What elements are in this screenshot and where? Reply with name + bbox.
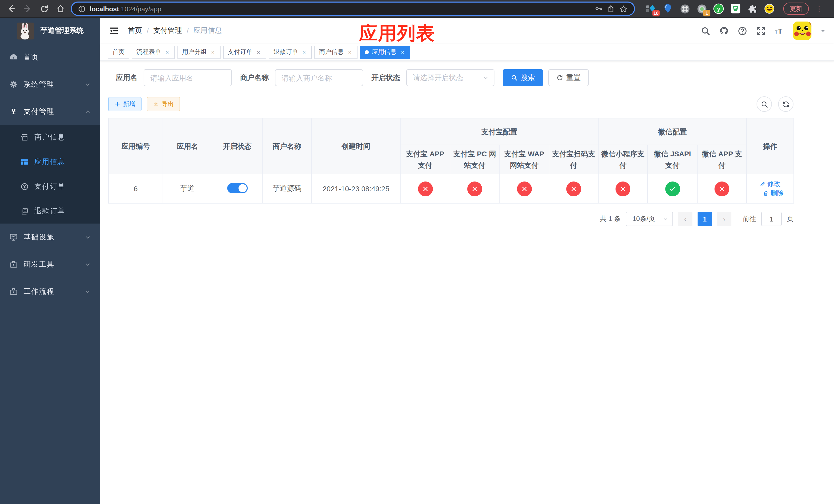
close-icon[interactable]: × [301, 49, 307, 55]
chevron-down-icon[interactable] [820, 28, 826, 33]
close-icon[interactable]: × [347, 49, 353, 55]
prev-page-button[interactable]: ‹ [678, 212, 693, 226]
close-icon[interactable]: × [210, 49, 216, 55]
avatar[interactable] [793, 22, 811, 40]
tab-home[interactable]: 首页 [108, 45, 129, 59]
ext-diamond-icon[interactable]: 10 [645, 3, 657, 14]
sidebar-item-system[interactable]: 系统管理 [0, 71, 100, 98]
add-button[interactable]: 新增 [108, 97, 141, 111]
edit-button[interactable]: 修改 [760, 180, 781, 189]
sidebar-item-home[interactable]: 首页 [0, 44, 100, 71]
next-page-button[interactable]: › [717, 212, 731, 226]
svg-text:T: T [775, 29, 777, 34]
breadcrumb-payment[interactable]: 支付管理 [153, 26, 182, 36]
app-name-input[interactable] [144, 69, 232, 86]
home-icon[interactable] [53, 2, 68, 16]
search-icon[interactable] [701, 26, 710, 36]
update-button[interactable]: 更新 [783, 3, 809, 15]
table-row: 6 芋道 芋道源码 2021-10-23 08:49:25 [109, 174, 794, 203]
ext-recorder-icon[interactable]: 1 [696, 3, 707, 14]
kebab-menu-icon[interactable]: ⋮ [815, 5, 823, 13]
refresh-table-button[interactable] [778, 96, 793, 112]
active-dot [365, 50, 369, 54]
fullscreen-icon[interactable] [756, 26, 766, 36]
close-icon[interactable]: × [399, 49, 406, 55]
page-1-button[interactable]: 1 [698, 212, 712, 226]
tab-merchant-info[interactable]: 商户信息 × [314, 45, 357, 59]
page-content: 应用名 商户名称 开启状态 请选择开启状态 搜索 [100, 61, 834, 504]
reset-button[interactable]: 重置 [548, 69, 589, 86]
dashboard-icon [9, 53, 18, 62]
status-toggle[interactable] [227, 183, 247, 193]
group-alipay-config: 支付宝配置 [400, 118, 598, 145]
status-select[interactable]: 请选择开启状态 [406, 69, 495, 86]
group-wechat-config: 微信配置 [598, 118, 747, 145]
close-icon[interactable]: × [164, 49, 170, 55]
ext-emoji-icon[interactable] [764, 3, 775, 14]
info-icon[interactable] [78, 5, 86, 13]
ext-notes-icon[interactable] [730, 3, 741, 14]
share-icon[interactable] [607, 5, 615, 13]
ext-command-icon[interactable] [679, 3, 690, 14]
goto-label: 前往 [743, 214, 756, 224]
col-created: 创建时间 [312, 118, 400, 174]
sidebar-item-pay-order[interactable]: 支付订单 [0, 174, 100, 199]
export-button[interactable]: 导出 [147, 97, 180, 111]
merchant-name-input[interactable] [275, 69, 363, 86]
pagination: 共 1 条 10条/页 ‹ 1 › 前往 页 [108, 212, 793, 226]
tab-app-info-active[interactable]: 应用信息 × [360, 45, 410, 59]
delete-button[interactable]: 删除 [763, 189, 784, 198]
forward-icon[interactable] [21, 2, 35, 16]
tab-pay-order[interactable]: 支付订单 × [223, 45, 266, 59]
apps-table: 应用编号 应用名 开启状态 商户名称 创建时间 支付宝配置 微信配置 操作 支付… [108, 118, 794, 204]
sidebar-item-refund-order[interactable]: 退款订单 [0, 199, 100, 224]
ext-balloon-icon[interactable] [662, 3, 674, 14]
github-icon[interactable] [719, 26, 729, 36]
sidebar-item-payment[interactable]: ¥ 支付管理 [0, 98, 100, 125]
url-text: localhost:1024/pay/app [90, 5, 161, 13]
app-name-label: 应用名 [116, 73, 137, 82]
alipay-pc-status [467, 181, 482, 196]
breadcrumb: 首页 / 支付管理 / 应用信息 [128, 26, 222, 36]
col-status: 开启状态 [212, 118, 262, 174]
reload-icon[interactable] [37, 2, 51, 16]
extensions-puzzle-icon[interactable] [747, 3, 758, 14]
col-operations: 操作 [747, 118, 794, 174]
tab-refund-order[interactable]: 退款订单 × [269, 45, 312, 59]
chevron-down-icon [85, 261, 91, 267]
wechat-mini-status [615, 181, 630, 196]
browser-toolbar: localhost:1024/pay/app 10 [0, 0, 834, 18]
status-label: 开启状态 [371, 73, 400, 82]
col-app-id: 应用编号 [109, 118, 163, 174]
tab-process-form[interactable]: 流程表单 × [132, 45, 175, 59]
ext-y-icon[interactable]: y [713, 3, 724, 14]
back-icon[interactable] [4, 2, 19, 16]
sidebar-logo[interactable]: 芋道管理系统 [0, 18, 100, 44]
key-icon[interactable] [594, 5, 603, 13]
tab-user-group[interactable]: 用户分组 × [177, 45, 221, 59]
ext-badge: 1 [703, 10, 710, 17]
show-search-toggle-button[interactable] [756, 96, 772, 112]
svg-text:y: y [717, 6, 720, 12]
bookmark-star-icon[interactable] [619, 4, 628, 13]
col-wechat-mini: 微信小程序支付 [598, 145, 648, 174]
search-button[interactable]: 搜索 [503, 69, 543, 86]
breadcrumb-home[interactable]: 首页 [128, 26, 142, 36]
goto-page-input[interactable] [761, 212, 782, 226]
page-size-select[interactable]: 10条/页 [626, 212, 673, 226]
sidebar-item-merchant-info[interactable]: 商户信息 [0, 125, 100, 150]
url-bar[interactable]: localhost:1024/pay/app [71, 2, 635, 16]
sidebar-item-devtools[interactable]: 研发工具 [0, 251, 100, 278]
font-size-icon[interactable]: TT [774, 26, 784, 36]
sidebar-item-app-info[interactable]: 应用信息 [0, 150, 100, 174]
filter-form: 应用名 商户名称 开启状态 请选择开启状态 搜索 [116, 69, 826, 86]
help-icon[interactable] [738, 26, 747, 36]
sidebar-item-workflow[interactable]: 工作流程 [0, 278, 100, 305]
chevron-down-icon [85, 234, 91, 240]
sidebar-collapse-icon[interactable] [108, 25, 119, 37]
close-icon[interactable]: × [256, 49, 262, 55]
goto-suffix: 页 [787, 214, 793, 224]
sidebar-item-infra[interactable]: 基础设施 [0, 224, 100, 251]
monitor-chart-icon [9, 233, 18, 242]
col-alipay-app: 支付宝 APP 支付 [400, 145, 450, 174]
